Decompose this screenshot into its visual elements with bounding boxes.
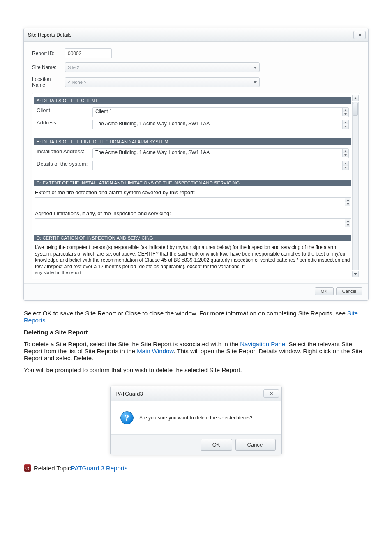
doc-p3: You will be prompted to confirm that you… [24,366,368,373]
dialog-title: Site Reports Details [28,32,71,38]
heading-delete: Deleting a Site Report [24,329,368,336]
dialog-footer: OK Cancel [24,283,368,300]
site-name-combo[interactable]: Site 2 [65,62,260,72]
confirm-body: ? Are you sure you want to delete the se… [111,401,281,434]
ok-button[interactable]: OK [315,287,334,295]
confirm-message: Are you sure you want to delete the sele… [139,415,253,421]
report-id-label: Report ID: [32,51,65,56]
doc-body: Select OK to save the Site Report or Clo… [24,310,368,373]
limits-memo[interactable] [35,218,351,228]
doc-p1: Select OK to save the Site Report or Clo… [24,310,368,324]
extent-memo[interactable] [35,197,351,207]
link-nav-pane[interactable]: Navigation Pane [240,341,285,348]
address-label: Address: [37,120,92,126]
details-stepper[interactable] [342,161,348,170]
section-b-bar: B: DETAILS OF THE FIRE DETECTION AND ALA… [34,138,351,145]
link-patguard-reports[interactable]: PATGuard 3 Reports [71,465,128,472]
section-c-bar: C: EXTENT OF THE INSTALLATION AND LIMITA… [34,180,351,186]
row-site-name: Site Name: Site 2 [32,62,360,72]
confirm-footer: OK Cancel [111,434,281,455]
scroll-up-icon[interactable] [352,95,359,101]
row-report-id: Report ID: 00002 [32,48,360,58]
form-scrollbar[interactable] [352,94,359,278]
scroll-down-icon[interactable] [352,271,359,277]
row-location-name: Location Name: < None > [32,76,360,88]
app-icon: ◔ [24,464,31,472]
details-input[interactable] [92,161,349,170]
install-address-stepper[interactable] [342,149,348,157]
location-name-combo[interactable]: < None > [65,77,260,87]
ok-button[interactable]: OK [201,439,232,451]
extent-lead: Extent of the fire detection and alarm s… [35,189,350,196]
related-label: Related Topic [34,465,71,472]
scroll-track[interactable] [352,102,359,270]
section-b: Installation Address: The Acme Building,… [34,145,351,176]
site-name-label: Site Name: [32,64,65,70]
dialog-titlebar: Site Reports Details ✕ [24,28,368,42]
section-d-bar: D: CERTIFICATION OF INSPECTION AND SERVI… [34,235,351,241]
cancel-button[interactable]: Cancel [235,439,276,451]
extent-stepper[interactable] [345,198,350,206]
scroll-thumb[interactable] [353,103,358,116]
section-a: Client: Client 1 Address: The Acme Build… [34,104,351,135]
related-row: ◔ Related Topic PATGuard 3 Reports [24,464,368,472]
section-d: I/we being the competent person(s) respo… [34,241,351,278]
address-input[interactable]: The Acme Building, 1 Acme Way, London, S… [92,120,349,129]
install-address-input[interactable]: The Acme Building, 1 Acme Way, London, S… [92,148,349,158]
report-form-frame: A: DETAILS OF THE CLIENT Client: Client … [32,93,360,279]
close-icon[interactable]: ✕ [263,389,279,398]
details-label: Details of the system: [37,161,92,167]
chevron-down-icon [254,67,257,69]
limits-stepper[interactable] [345,219,350,227]
close-icon[interactable]: ✕ [353,31,366,39]
section-c: Extent of the fire detection and alarm s… [34,186,351,231]
report-id-input[interactable]: 00002 [65,48,112,58]
confirm-titlebar: PATGuard3 ✕ [111,386,281,401]
install-address-label: Installation Address: [37,148,92,154]
chevron-down-icon [254,81,257,83]
location-name-label: Location Name: [32,76,65,88]
cancel-button[interactable]: Cancel [336,287,362,295]
address-stepper[interactable] [342,120,348,129]
site-reports-dialog: Site Reports Details ✕ Report ID: 00002 … [23,28,369,301]
client-stepper[interactable] [342,108,348,116]
question-icon: ? [120,411,134,424]
confirm-dialog: PATGuard3 ✕ ? Are you sure you want to d… [110,386,282,455]
confirm-title: PATGuard3 [115,391,143,397]
section-a-bar: A: DETAILS OF THE CLIENT [34,97,351,104]
link-main-window[interactable]: Main Window [137,348,173,355]
client-input[interactable]: Client 1 [92,107,349,117]
cert-truncated: any stated in the report [35,270,350,275]
dialog-body: Report ID: 00002 Site Name: Site 2 Locat… [24,42,368,283]
limits-lead: Agreed Limitations, if any, of the inspe… [35,210,350,216]
client-label: Client: [37,107,92,113]
doc-p2: To delete a Site Report, select the Site… [24,341,368,362]
cert-text: I/we being the competent person(s) respo… [35,244,350,270]
